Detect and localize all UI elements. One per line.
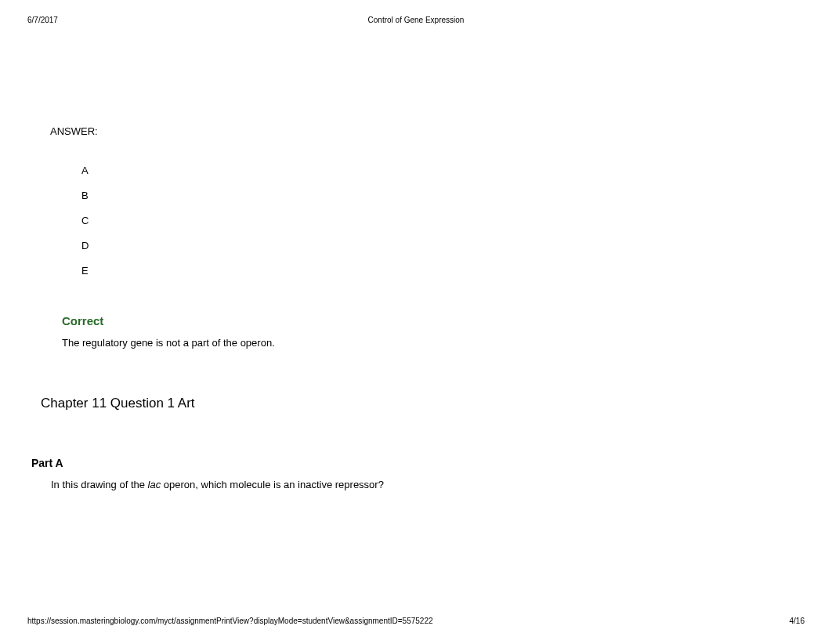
feedback-section: Correct The regulatory gene is not a par… — [62, 314, 801, 349]
question-italic: lac — [148, 479, 161, 490]
header-title: Control of Gene Expression — [368, 16, 465, 24]
header-date: 6/7/2017 — [27, 16, 58, 24]
question-suffix: operon, which molecule is an inactive re… — [161, 479, 384, 490]
part-label: Part A — [31, 457, 801, 469]
part-section: Part A In this drawing of the lac operon… — [31, 457, 801, 490]
chapter-title: Chapter 11 Question 1 Art — [41, 396, 801, 411]
option-e: E — [81, 265, 801, 277]
option-b: B — [81, 190, 801, 201]
footer-page: 4/16 — [790, 617, 805, 625]
feedback-explanation: The regulatory gene is not a part of the… — [62, 337, 801, 349]
option-c: C — [81, 215, 801, 226]
feedback-status: Correct — [62, 314, 801, 327]
part-question: In this drawing of the lac operon, which… — [51, 479, 801, 490]
answer-options: A B C D E — [81, 165, 801, 277]
option-a: A — [81, 165, 801, 176]
content-area: ANSWER: A B C D E Correct The regulatory… — [50, 125, 801, 490]
footer-url: https://session.masteringbiology.com/myc… — [27, 617, 433, 625]
question-prefix: In this drawing of the — [51, 479, 148, 490]
answer-label: ANSWER: — [50, 125, 801, 137]
option-d: D — [81, 240, 801, 251]
